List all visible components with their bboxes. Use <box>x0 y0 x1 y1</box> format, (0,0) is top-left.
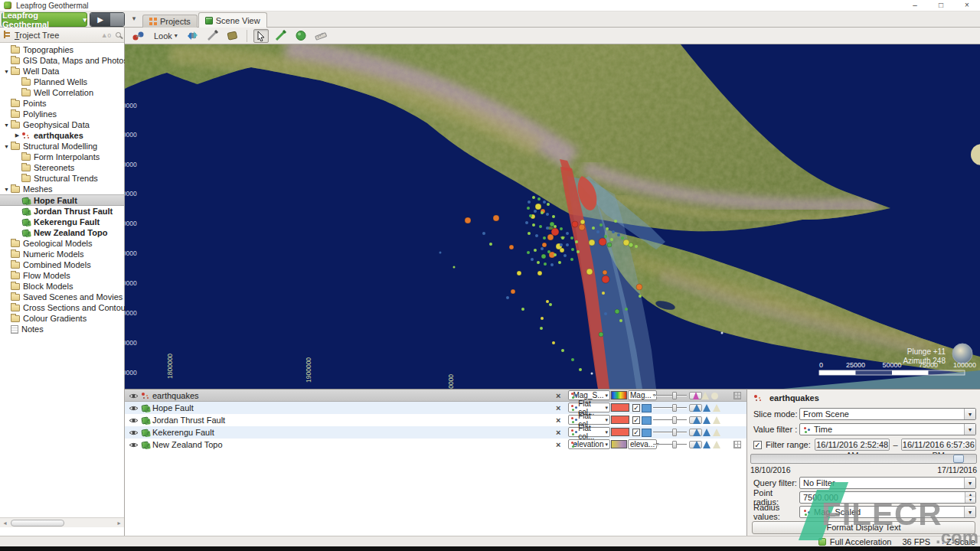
slider-handle[interactable] <box>672 429 677 436</box>
refresh-scene-icon[interactable] <box>185 29 201 43</box>
query-filter-select[interactable]: No Filter ▾ <box>799 477 976 489</box>
colour-swatch[interactable] <box>611 391 627 399</box>
colour-swatch[interactable] <box>611 428 629 436</box>
layer-row-kekerengu-fault[interactable]: Kekerengu Fault × Flat col... ▾ ✓ ▾ <box>125 426 746 439</box>
visibility-eye-icon[interactable] <box>129 414 139 426</box>
tree-item-block-models[interactable]: Block Models <box>0 281 124 292</box>
filter-from-button[interactable]: 16/11/2016 2:52:48 AM <box>815 439 890 451</box>
slider-handle[interactable] <box>672 404 677 412</box>
colour-swatch[interactable] <box>611 440 627 448</box>
tree-item-notes[interactable]: Notes <box>0 324 124 334</box>
tree-item-geological-models[interactable]: Geological Models <box>0 238 124 249</box>
radius-values-select[interactable]: Mag_Scaled ▾ <box>799 506 976 518</box>
checkbox-checked-icon[interactable]: ✓ <box>632 404 640 412</box>
history-back-icon[interactable]: ▲0 <box>101 31 111 39</box>
minimize-button[interactable]: – <box>902 0 928 11</box>
select-tool-icon[interactable] <box>253 29 269 43</box>
scene-objects-icon[interactable] <box>131 29 146 43</box>
visibility-eye-icon[interactable] <box>129 426 139 439</box>
tree-item-points[interactable]: Points <box>0 98 124 109</box>
inside-colour-controls[interactable]: ✓ <box>632 414 652 426</box>
filter-to-button[interactable]: 16/11/2016 6:57:36 PM <box>901 439 976 451</box>
tree-item-stereonets[interactable]: Stereonets <box>0 162 124 173</box>
cone-button-icon[interactable] <box>703 404 710 412</box>
tree-item-form-interpolants[interactable]: Form Interpolants <box>0 152 124 162</box>
tree-item-combined-models[interactable]: Combined Models <box>0 259 124 270</box>
scroll-right-icon[interactable]: ▸ <box>114 520 124 527</box>
tree-item-well-correlation[interactable]: Well Correlation <box>0 87 124 98</box>
leapfrog-menu-button[interactable]: Leapfrog Geothermal ▾ <box>2 12 87 27</box>
draw-slicer-icon[interactable] <box>273 29 289 43</box>
tree-item-kekerengu-fault[interactable]: Kekerengu Fault <box>0 217 124 227</box>
run-button[interactable]: ▶ <box>90 12 125 27</box>
slider-handle[interactable] <box>672 392 677 399</box>
colour-swatch[interactable] <box>611 403 629 412</box>
remove-layer-button[interactable]: × <box>556 414 560 426</box>
expander-icon[interactable]: ▼ <box>2 69 11 74</box>
filter-range-checkbox[interactable]: ✓ <box>753 441 762 449</box>
layer-row-jordan-thrust-fault[interactable]: Jordan Thrust Fault × Flat col... ▾ ✓ ▾ <box>125 414 746 426</box>
project-tree-hscrollbar[interactable]: ◂ ▸ <box>0 517 124 527</box>
checkbox-checked-icon[interactable]: ✓ <box>632 429 640 436</box>
back-colour-swatch[interactable] <box>642 429 652 437</box>
slicer-tool-icon[interactable] <box>205 29 220 43</box>
inside-colour-controls[interactable]: ✓ <box>632 426 652 439</box>
moving-plane-icon[interactable] <box>225 29 240 43</box>
time-range-slider[interactable] <box>750 454 977 464</box>
tab-list-menu-button[interactable]: ▾ <box>129 15 139 26</box>
remove-layer-button[interactable]: × <box>556 402 560 414</box>
tree-item-earthquakes[interactable]: ▶ earthquakes <box>0 130 124 141</box>
tree-item-colour-gradients[interactable]: Colour Gradients <box>0 313 124 324</box>
cone-button-icon[interactable] <box>703 441 710 448</box>
remove-layer-button[interactable]: × <box>556 426 560 439</box>
close-button[interactable]: × <box>954 0 980 11</box>
tab-scene-view[interactable]: Scene View <box>198 12 267 28</box>
tree-item-meshes[interactable]: ▼ Meshes <box>0 184 124 194</box>
tree-item-structural-trends[interactable]: Structural Trends <box>0 173 124 184</box>
tree-item-planned-wells[interactable]: Planned Wells <box>0 77 124 87</box>
format-display-text-button[interactable]: Format Display Text <box>752 521 975 534</box>
tree-item-flow-models[interactable]: Flow Models <box>0 270 124 281</box>
slider-handle[interactable] <box>672 441 677 448</box>
cone-button-icon[interactable] <box>703 416 710 424</box>
slice-pick-icon[interactable] <box>693 392 699 399</box>
slider-handle[interactable] <box>672 416 677 424</box>
checkbox-checked-icon[interactable]: ✓ <box>632 416 640 424</box>
value-filter-select[interactable]: Time ▾ <box>799 423 976 435</box>
cone-button-icon[interactable] <box>693 416 701 424</box>
draw-plane-icon[interactable] <box>293 29 309 43</box>
expander-icon[interactable]: ▼ <box>2 144 11 149</box>
layer-row-earthquakes[interactable]: earthquakes × Mag_S... ▾ Mag... ▾ <box>125 390 746 402</box>
search-icon[interactable] <box>116 32 121 37</box>
tree-item-gis-data-maps-and-photos[interactable]: GIS Data, Maps and Photos <box>0 55 124 66</box>
tree-item-structural-modelling[interactable]: ▼ Structural Modelling <box>0 141 124 152</box>
expander-icon[interactable]: ▼ <box>2 122 11 128</box>
properties-grid-icon[interactable] <box>733 441 741 448</box>
cone-button-icon[interactable] <box>693 441 701 448</box>
tree-item-hope-fault[interactable]: Hope Fault <box>0 194 124 206</box>
cone-button-icon[interactable] <box>693 404 701 412</box>
tree-item-topographies[interactable]: Topographies <box>0 44 124 55</box>
properties-grid-icon[interactable] <box>733 392 741 399</box>
point-radius-spinbox[interactable]: 7500.000 ▴ ▾ <box>799 491 976 504</box>
colour-swatch[interactable] <box>611 416 629 424</box>
tree-item-saved-scenes-and-movies[interactable]: Saved Scenes and Movies <box>0 292 124 302</box>
layer-row-hope-fault[interactable]: Hope Fault × Flat col... ▾ ✓ ▾ <box>125 402 746 414</box>
cone-button-icon[interactable] <box>693 429 701 436</box>
cone-button-icon[interactable] <box>703 429 710 436</box>
expander-icon[interactable]: ▶ <box>13 132 21 139</box>
slider-handle[interactable] <box>953 455 964 463</box>
visibility-eye-icon[interactable] <box>129 402 139 414</box>
tree-item-cross-sections-and-contours[interactable]: Cross Sections and Contours <box>0 302 124 313</box>
tree-item-new-zealand-topo[interactable]: New Zealand Topo <box>0 227 124 238</box>
spinner-buttons[interactable]: ▴ ▾ <box>965 492 975 503</box>
visibility-eye-icon[interactable] <box>129 439 139 451</box>
expander-icon[interactable]: ▼ <box>2 187 11 192</box>
maximize-button[interactable]: □ <box>928 0 954 11</box>
scene-3d-viewport[interactable]: 0000000000000000000000000000000000000000… <box>125 44 980 389</box>
tab-projects[interactable]: Projects <box>142 15 198 28</box>
slice-mode-select[interactable]: From Scene ▾ <box>799 408 976 420</box>
layer-row-new-zealand-topo[interactable]: New Zealand Topo × elevation ▾ eleva... … <box>125 439 746 451</box>
look-dropdown[interactable]: Look ▾ <box>151 29 181 43</box>
shader-select[interactable]: elevation ▾ <box>568 439 610 449</box>
